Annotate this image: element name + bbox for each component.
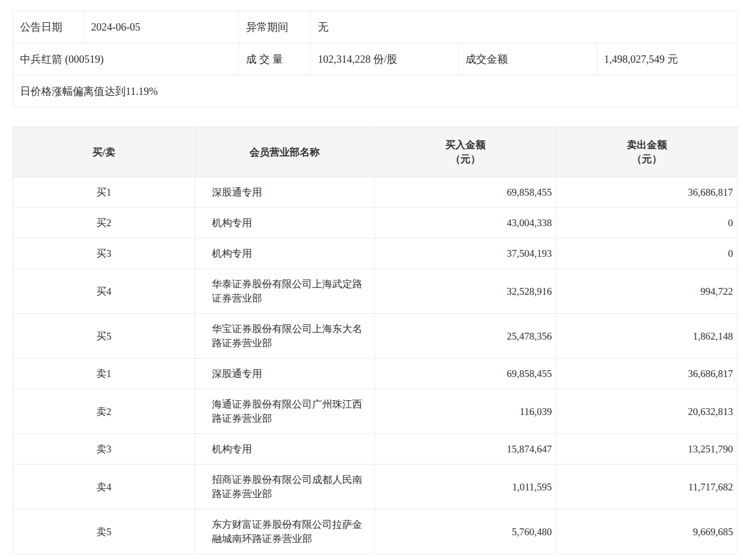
turnover-value: 1,498,027,549 元	[597, 43, 737, 75]
table-row: 卖2 海通证券股份有限公司广州珠江西路证券营业部 116,039 20,632,…	[13, 389, 738, 434]
stock-name: 中兵红箭 (000519)	[13, 43, 239, 75]
announce-date-value: 2024-06-05	[84, 11, 239, 43]
table-row: 卖5 东方财富证券股份有限公司拉萨金融城南环路证券营业部 5,760,480 9…	[13, 509, 738, 554]
buy-amount-cell: 5,760,480	[375, 509, 557, 554]
table-row: 买5 华宝证券股份有限公司上海东大名路证券营业部 25,478,356 1,86…	[13, 314, 738, 359]
side-cell: 买3	[13, 238, 195, 269]
col-header-side: 买/卖	[13, 127, 195, 177]
side-cell: 卖3	[13, 434, 195, 465]
col-header-buy-amount: 买入金额 （元）	[375, 127, 557, 177]
table-row: 卖1 深股通专用 69,858,455 36,686,817	[13, 359, 738, 389]
info-row-stock: 中兵红箭 (000519) 成 交 量 102,314,228 份/股 成交金额…	[13, 43, 738, 75]
buy-amount-cell: 69,858,455	[375, 359, 557, 389]
sell-amount-cell: 994,722	[556, 269, 737, 314]
sell-amount-cell: 11,717,682	[556, 465, 737, 509]
sell-amount-cell: 36,686,817	[556, 177, 737, 208]
table-header-row: 买/卖 会员营业部名称 买入金额 （元） 卖出金额 （元）	[13, 127, 738, 177]
table-row: 买4 华泰证券股份有限公司上海武定路证券营业部 32,528,916 994,7…	[13, 269, 738, 314]
broker-table: 买/卖 会员营业部名称 买入金额 （元） 卖出金额 （元） 买1 深股通专用 6…	[13, 127, 738, 554]
side-cell: 买1	[13, 177, 195, 208]
turnover-label: 成交金额	[459, 43, 597, 75]
buy-amount-cell: 25,478,356	[375, 314, 557, 359]
volume-value: 102,314,228 份/股	[311, 43, 459, 75]
sell-amount-cell: 0	[556, 238, 737, 269]
abnormal-period-label: 异常期间	[239, 11, 311, 43]
info-row-deviation: 日价格涨幅偏离值达到11.19%	[13, 75, 738, 108]
side-cell: 卖2	[13, 389, 195, 434]
side-cell: 卖4	[13, 465, 195, 509]
sell-amount-cell: 0	[556, 208, 737, 238]
volume-label: 成 交 量	[239, 43, 311, 75]
deviation-note: 日价格涨幅偏离值达到11.19%	[13, 75, 738, 108]
side-cell: 卖5	[13, 509, 195, 554]
side-cell: 买5	[13, 314, 195, 359]
page: 公告日期 2024-06-05 异常期间 无 中兵红箭 (000519) 成 交…	[0, 0, 743, 560]
side-cell: 买2	[13, 208, 195, 238]
info-row-date: 公告日期 2024-06-05 异常期间 无	[13, 11, 738, 43]
table-row: 买1 深股通专用 69,858,455 36,686,817	[13, 177, 738, 208]
sell-amount-cell: 9,669,685	[556, 509, 737, 554]
col-header-sell-amount: 卖出金额 （元）	[556, 127, 737, 177]
sell-amount-cell: 1,862,148	[556, 314, 737, 359]
broker-cell: 华宝证券股份有限公司上海东大名路证券营业部	[195, 314, 375, 359]
buy-amount-cell: 1,011,595	[375, 465, 557, 509]
broker-cell: 机构专用	[195, 434, 375, 465]
abnormal-period-value: 无	[311, 11, 738, 43]
sell-amount-cell: 36,686,817	[556, 359, 737, 389]
broker-cell: 机构专用	[195, 238, 375, 269]
broker-cell: 深股通专用	[195, 359, 375, 389]
sell-amount-cell: 13,251,790	[556, 434, 737, 465]
broker-cell: 海通证券股份有限公司广州珠江西路证券营业部	[195, 389, 375, 434]
broker-cell: 深股通专用	[195, 177, 375, 208]
table-row: 卖3 机构专用 15,874,647 13,251,790	[13, 434, 738, 465]
sell-amount-cell: 20,632,813	[556, 389, 737, 434]
broker-cell: 东方财富证券股份有限公司拉萨金融城南环路证券营业部	[195, 509, 375, 554]
table-row: 卖4 招商证券股份有限公司成都人民南路证券营业部 1,011,595 11,71…	[13, 465, 738, 509]
buy-amount-cell: 32,528,916	[375, 269, 557, 314]
side-cell: 买4	[13, 269, 195, 314]
announce-date-label: 公告日期	[13, 11, 84, 43]
buy-amount-cell: 69,858,455	[375, 177, 557, 208]
info-table: 公告日期 2024-06-05 异常期间 无 中兵红箭 (000519) 成 交…	[13, 11, 738, 108]
broker-cell: 招商证券股份有限公司成都人民南路证券营业部	[195, 465, 375, 509]
table-row: 买3 机构专用 37,504,193 0	[13, 238, 738, 269]
buy-amount-cell: 116,039	[375, 389, 557, 434]
buy-amount-cell: 15,874,647	[375, 434, 557, 465]
side-cell: 卖1	[13, 359, 195, 389]
broker-cell: 华泰证券股份有限公司上海武定路证券营业部	[195, 269, 375, 314]
broker-cell: 机构专用	[195, 208, 375, 238]
table-row: 买2 机构专用 43,004,338 0	[13, 208, 738, 238]
col-header-broker: 会员营业部名称	[195, 127, 375, 177]
buy-amount-cell: 43,004,338	[375, 208, 557, 238]
buy-amount-cell: 37,504,193	[375, 238, 557, 269]
